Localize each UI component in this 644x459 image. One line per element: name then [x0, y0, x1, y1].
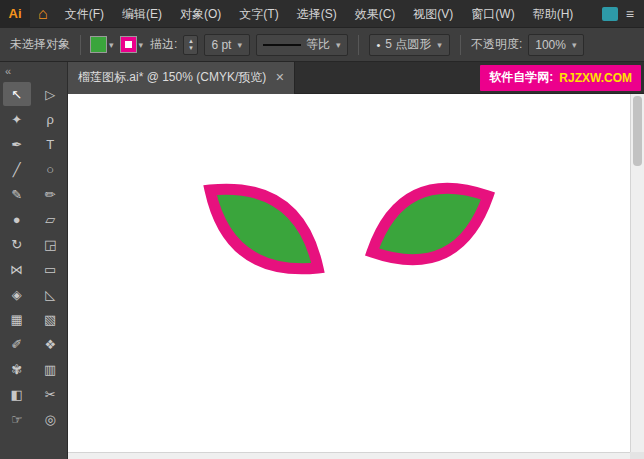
column-graph-tool[interactable]: ▥: [36, 357, 64, 381]
width-profile-select[interactable]: 等比 ▾: [256, 34, 349, 56]
artwork: [68, 94, 630, 452]
close-icon[interactable]: ✕: [275, 71, 284, 84]
tools-grid: ↖ ▷ ✦ ρ ✒ T ╱ ○ ✎ ✏ ● ▱ ↻ ◲ ⋈ ▭ ◈ ◺ ▦ ▧ …: [0, 80, 67, 431]
collapse-panel-button[interactable]: «: [0, 62, 67, 80]
watermark-banner: 软件自学网: RJZXW.COM: [480, 65, 641, 91]
blend-tool[interactable]: ❖: [36, 332, 64, 356]
app-logo-icon: Ai: [0, 0, 30, 28]
menu-bar: Ai ⌂ 文件(F) 编辑(E) 对象(O) 文字(T) 选择(S) 效果(C)…: [0, 0, 644, 28]
type-tool[interactable]: T: [36, 132, 64, 156]
stroke-width-value: 6 pt: [211, 38, 231, 52]
chevron-down-icon: ▾: [108, 40, 115, 50]
fill-color-swatch[interactable]: [91, 37, 106, 52]
symbol-sprayer-tool[interactable]: ✾: [3, 357, 31, 381]
separator: [358, 35, 359, 55]
stroke-width-stepper[interactable]: ▲ ▼: [183, 35, 198, 55]
leaf-shape-right[interactable]: [372, 188, 488, 260]
stroke-color-dropdown[interactable]: ▾: [121, 37, 145, 52]
chevron-down-icon: ▾: [436, 40, 443, 50]
menu-type[interactable]: 文字(T): [230, 0, 287, 28]
illustrator-window: Ai ⌂ 文件(F) 编辑(E) 对象(O) 文字(T) 选择(S) 效果(C)…: [0, 0, 644, 459]
brush-dot-icon: •: [376, 39, 380, 51]
scale-tool[interactable]: ◲: [36, 232, 64, 256]
opacity-select[interactable]: 100% ▾: [528, 34, 584, 56]
stroke-profile-line-icon: [263, 44, 301, 46]
eyedropper-tool[interactable]: ✐: [3, 332, 31, 356]
horizontal-scrollbar[interactable]: [68, 452, 630, 459]
slice-tool[interactable]: ✂: [36, 382, 64, 406]
lasso-tool[interactable]: ρ: [36, 107, 64, 131]
chevron-down-icon: ▾: [236, 40, 243, 50]
perspective-grid-tool[interactable]: ◺: [36, 282, 64, 306]
watermark-site: RJZXW.COM: [559, 71, 632, 85]
artboard-tool[interactable]: ◧: [3, 382, 31, 406]
selection-tool[interactable]: ↖: [3, 82, 31, 106]
magic-wand-tool[interactable]: ✦: [3, 107, 31, 131]
mesh-tool[interactable]: ▦: [3, 307, 31, 331]
stroke-label: 描边:: [150, 36, 177, 53]
stroke-width-select[interactable]: 6 pt ▾: [204, 34, 250, 56]
vertical-scrollbar-thumb[interactable]: [633, 96, 642, 166]
selection-status: 未选择对象: [10, 36, 70, 53]
tools-panel: « ↖ ▷ ✦ ρ ✒ T ╱ ○ ✎ ✏ ● ▱ ↻ ◲ ⋈ ▭ ◈ ◺ ▦ …: [0, 62, 68, 459]
brush-definition-value: 5 点圆形: [385, 36, 431, 53]
zoom-tool[interactable]: ◎: [36, 407, 64, 431]
menu-view[interactable]: 视图(V): [404, 0, 462, 28]
chevron-down-icon: ▾: [138, 40, 145, 50]
width-profile-value: 等比: [306, 36, 330, 53]
separator: [80, 35, 81, 55]
hand-tool[interactable]: ☞: [3, 407, 31, 431]
document-tab-bar: 榴莲图标.ai* @ 150% (CMYK/预览) ✕ 软件自学网: RJZXW…: [68, 62, 644, 94]
menu-object[interactable]: 对象(O): [171, 0, 230, 28]
watermark-text: 软件自学网:: [489, 69, 553, 86]
rotate-tool[interactable]: ↻: [3, 232, 31, 256]
home-icon[interactable]: ⌂: [38, 0, 48, 28]
vertical-scrollbar[interactable]: [630, 94, 644, 452]
fill-color-dropdown[interactable]: ▾: [91, 37, 115, 52]
workspace-icon[interactable]: [602, 7, 618, 21]
stepper-down-icon[interactable]: ▼: [184, 45, 197, 52]
menu-edit[interactable]: 编辑(E): [113, 0, 171, 28]
opacity-label: 不透明度:: [471, 36, 522, 53]
menu-file[interactable]: 文件(F): [56, 0, 113, 28]
menu-select[interactable]: 选择(S): [288, 0, 346, 28]
blob-brush-tool[interactable]: ●: [3, 207, 31, 231]
shape-builder-tool[interactable]: ◈: [3, 282, 31, 306]
opacity-value: 100%: [535, 38, 566, 52]
menu-window[interactable]: 窗口(W): [462, 0, 523, 28]
menu-help[interactable]: 帮助(H): [524, 0, 583, 28]
line-segment-tool[interactable]: ╱: [3, 157, 31, 181]
stroke-color-swatch[interactable]: [121, 37, 136, 52]
scrollbar-corner: [630, 452, 644, 459]
panel-menu-icon[interactable]: ≡: [626, 6, 634, 22]
ellipse-tool[interactable]: ○: [36, 157, 64, 181]
pen-tool[interactable]: ✒: [3, 132, 31, 156]
gradient-tool[interactable]: ▧: [36, 307, 64, 331]
menu-effect[interactable]: 效果(C): [346, 0, 405, 28]
chevron-down-icon: ▾: [335, 40, 342, 50]
menubar-right-group: ≡: [602, 6, 644, 22]
control-bar: 未选择对象 ▾ ▾ 描边: ▲ ▼ 6 pt ▾ 等比 ▾ • 5 点圆形 ▾: [0, 28, 644, 62]
direct-selection-tool[interactable]: ▷: [36, 82, 64, 106]
brush-definition-select[interactable]: • 5 点圆形 ▾: [369, 34, 449, 56]
paintbrush-tool[interactable]: ✎: [3, 182, 31, 206]
leaf-shape-left[interactable]: [210, 189, 318, 269]
document-tab-title: 榴莲图标.ai* @ 150% (CMYK/预览): [78, 69, 266, 86]
eraser-tool[interactable]: ▱: [36, 207, 64, 231]
chevron-down-icon: ▾: [571, 40, 578, 50]
document-tab[interactable]: 榴莲图标.ai* @ 150% (CMYK/预览) ✕: [68, 62, 295, 94]
stepper-up-icon[interactable]: ▲: [184, 38, 197, 45]
width-tool[interactable]: ⋈: [3, 257, 31, 281]
artboard-canvas[interactable]: [68, 94, 630, 452]
pencil-tool[interactable]: ✏: [36, 182, 64, 206]
separator: [460, 35, 461, 55]
free-transform-tool[interactable]: ▭: [36, 257, 64, 281]
